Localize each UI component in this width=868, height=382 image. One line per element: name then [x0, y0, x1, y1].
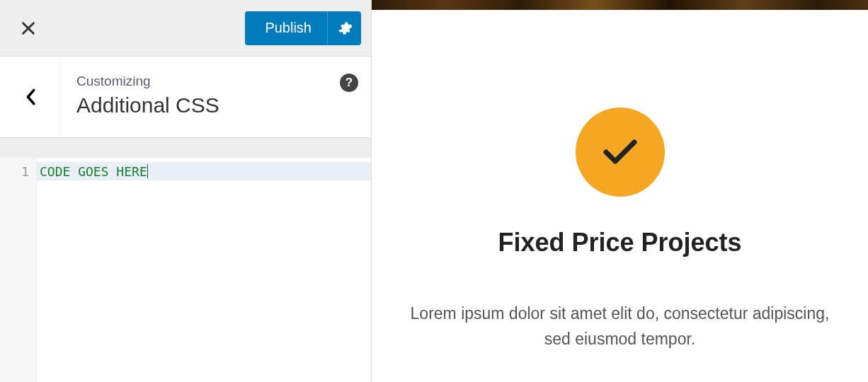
publish-button[interactable]: Publish [245, 11, 327, 45]
panel-title: Additional CSS [76, 93, 357, 117]
help-button[interactable]: ? [340, 74, 358, 92]
gear-icon [337, 21, 353, 36]
breadcrumb: Customizing [76, 74, 357, 89]
code-text: CODE GOES HERE [40, 164, 147, 179]
close-icon [21, 21, 36, 36]
back-button[interactable] [0, 57, 61, 137]
publish-settings-button[interactable] [327, 11, 361, 45]
close-button[interactable] [0, 0, 57, 57]
line-number: 1 [0, 162, 36, 180]
section-titles: Customizing Additional CSS ? [61, 57, 371, 137]
site-preview: Fixed Price Projects Lorem ipsum dolor s… [372, 0, 868, 382]
section-header: Customizing Additional CSS ? [0, 57, 371, 138]
css-editor[interactable]: 1 CODE GOES HERE [0, 158, 371, 382]
hero-image-strip [372, 0, 868, 10]
code-area[interactable]: CODE GOES HERE [37, 158, 371, 382]
check-icon [603, 138, 637, 166]
feature-icon-circle [576, 108, 665, 197]
chevron-left-icon [25, 88, 36, 105]
line-number-gutter: 1 [0, 158, 37, 382]
preview-content: Fixed Price Projects Lorem ipsum dolor s… [372, 10, 868, 382]
code-line[interactable]: CODE GOES HERE [37, 162, 371, 180]
customizer-topbar: Publish [0, 0, 371, 57]
feature-description: Lorem ipsum dolor sit amet elit do, cons… [408, 301, 833, 352]
spacer [0, 138, 371, 158]
text-cursor [147, 164, 148, 178]
customizer-sidebar: Publish Customizing Additional CSS ? 1 C… [0, 0, 372, 382]
publish-group: Publish [245, 11, 361, 45]
feature-title: Fixed Price Projects [498, 228, 741, 257]
